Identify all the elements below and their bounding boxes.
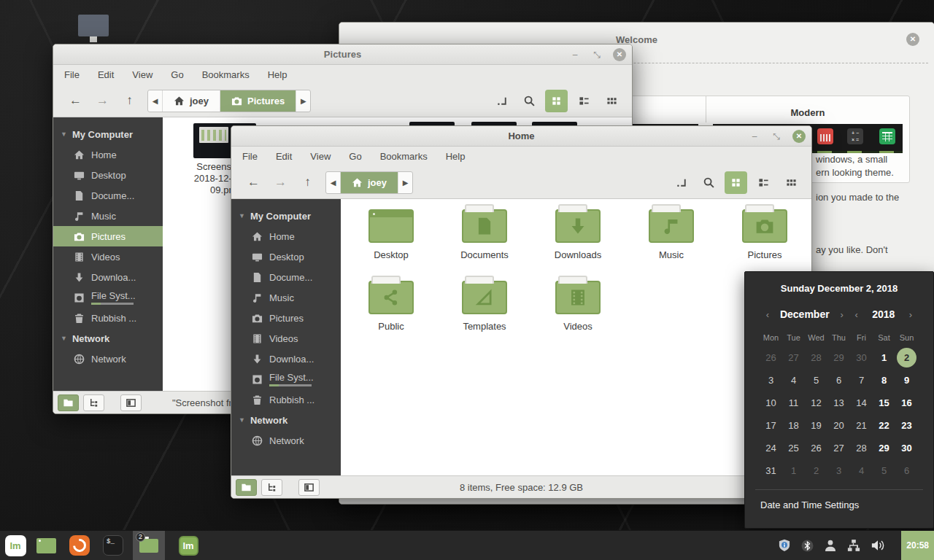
calendar-day[interactable]: 11 (782, 392, 805, 414)
search-icon[interactable] (698, 171, 719, 193)
menu-help[interactable]: Help (446, 151, 466, 162)
folder-item-public[interactable]: Public (344, 281, 438, 352)
up-icon[interactable]: ↑ (294, 175, 321, 190)
forward-icon[interactable]: → (89, 93, 116, 108)
menu-view[interactable]: View (310, 151, 331, 162)
calendar-day[interactable]: 1 (873, 346, 895, 369)
breadcrumb-pictures[interactable]: Pictures (220, 90, 296, 112)
calendar-day[interactable]: 30 (850, 346, 873, 369)
sidebar-toggle-button[interactable] (120, 394, 142, 411)
sidebar-item-desktop[interactable]: Desktop (53, 165, 163, 185)
clock[interactable]: 20:58 (901, 531, 934, 560)
next-month-icon[interactable]: › (837, 309, 847, 320)
menu-help[interactable]: Help (268, 69, 287, 80)
location-entry-icon[interactable] (671, 171, 692, 193)
grid-view-button[interactable] (725, 171, 747, 194)
location-entry-icon[interactable] (491, 90, 513, 112)
breadcrumb-joey[interactable]: joey (163, 90, 220, 112)
back-icon[interactable]: ← (62, 93, 89, 108)
window-list-welcome[interactable]: lm (172, 531, 204, 560)
update-manager-icon[interactable] (778, 539, 791, 552)
calendar-day[interactable]: 5 (805, 369, 827, 392)
calendar-day[interactable]: 2 (895, 346, 918, 369)
crumb-left-icon[interactable]: ◀ (326, 172, 341, 193)
sidebar-item-filesyst[interactable]: File Syst... (53, 287, 163, 308)
places-toggle-button[interactable] (58, 394, 79, 411)
close-icon[interactable]: ✕ (792, 130, 806, 143)
calendar-day[interactable]: 12 (805, 392, 827, 414)
calendar-day[interactable]: 5 (873, 459, 895, 482)
calendar-day[interactable]: 21 (850, 414, 873, 437)
list-view-button[interactable] (752, 171, 775, 194)
menu-bookmarks[interactable]: Bookmarks (380, 151, 428, 162)
forward-icon[interactable]: → (267, 175, 294, 190)
calendar-day[interactable]: 22 (873, 414, 895, 437)
folder-item-videos[interactable]: Videos (531, 281, 625, 352)
calendar-day[interactable]: 15 (873, 392, 895, 414)
calendar-day[interactable]: 27 (782, 346, 805, 369)
calendar-day[interactable]: 18 (782, 414, 805, 437)
maximize-icon[interactable]: ⤡ (591, 49, 603, 61)
crumb-right-icon[interactable]: ▶ (398, 172, 412, 193)
sidebar-section-network[interactable]: ▼Network (231, 410, 341, 430)
menu-edit[interactable]: Edit (276, 151, 292, 162)
menu-file[interactable]: File (64, 69, 80, 80)
next-year-icon[interactable]: › (906, 309, 916, 320)
calendar-day[interactable]: 26 (805, 437, 827, 459)
menu-button[interactable]: lm (3, 533, 28, 558)
date-time-settings-link[interactable]: Date and Time Settings (745, 490, 933, 510)
window-list-files[interactable]: 2 (133, 531, 165, 560)
folder-item-desktop[interactable]: Desktop (344, 209, 438, 281)
folder-item-templates[interactable]: Templates (438, 281, 531, 352)
sidebar-item-network[interactable]: Network (53, 349, 163, 369)
calendar-day[interactable]: 4 (850, 459, 873, 482)
calendar-day[interactable]: 7 (850, 369, 873, 392)
back-icon[interactable]: ← (240, 175, 267, 190)
sidebar-item-filesyst[interactable]: File Syst... (231, 369, 341, 389)
sidebar-item-rubbish[interactable]: Rubbish ... (231, 389, 341, 410)
minimize-icon[interactable]: – (569, 49, 581, 61)
calendar-day[interactable]: 14 (850, 392, 873, 414)
menu-edit[interactable]: Edit (98, 69, 114, 80)
home-titlebar[interactable]: Home – ⤡ ✕ (231, 126, 811, 147)
menu-file[interactable]: File (242, 151, 258, 162)
search-icon[interactable] (518, 90, 540, 112)
welcome-tab-modern[interactable]: Modern (706, 107, 910, 118)
maximize-icon[interactable]: ⤡ (771, 131, 782, 142)
treeview-toggle-button[interactable] (261, 479, 282, 496)
sidebar-item-home[interactable]: Home (53, 144, 163, 165)
sidebar-section-my-computer[interactable]: ▼My Computer (53, 124, 163, 144)
places-toggle-button[interactable] (236, 479, 257, 496)
calendar-day[interactable]: 10 (760, 392, 782, 414)
sidebar-item-network[interactable]: Network (231, 430, 341, 451)
compact-view-button[interactable] (780, 171, 803, 194)
sidebar-item-music[interactable]: Music (53, 206, 163, 226)
calendar-day[interactable]: 20 (827, 414, 850, 437)
treeview-toggle-button[interactable] (83, 394, 104, 411)
close-icon[interactable]: ✕ (613, 48, 626, 61)
list-view-button[interactable] (573, 90, 595, 112)
sidebar-toggle-button[interactable] (298, 479, 320, 496)
sidebar-item-downloa[interactable]: Downloa... (53, 267, 163, 287)
calendar-day[interactable]: 29 (827, 346, 850, 369)
folder-item-pictures[interactable]: Pictures (718, 209, 811, 281)
calendar-day[interactable]: 4 (782, 369, 805, 392)
calendar-day[interactable]: 24 (760, 437, 782, 459)
sidebar-item-docume[interactable]: Docume... (231, 267, 341, 287)
network-icon[interactable] (847, 539, 860, 552)
menu-go[interactable]: Go (349, 151, 361, 162)
sidebar-item-videos[interactable]: Videos (231, 328, 341, 349)
minimize-icon[interactable]: – (749, 131, 760, 142)
crumb-left-icon[interactable]: ◀ (148, 90, 163, 112)
sidebar-section-network[interactable]: ▼Network (53, 328, 163, 349)
user-icon[interactable] (824, 539, 837, 552)
bluetooth-icon[interactable] (801, 540, 814, 552)
calendar-day[interactable]: 6 (827, 369, 850, 392)
calendar-day[interactable]: 31 (760, 459, 782, 482)
calendar-day[interactable]: 17 (760, 414, 782, 437)
breadcrumb-joey[interactable]: joey (341, 172, 398, 193)
sidebar-item-home[interactable]: Home (231, 226, 341, 246)
sidebar-item-music[interactable]: Music (231, 287, 341, 308)
folder-item-documents[interactable]: Documents (438, 209, 531, 281)
firefox-launcher[interactable] (67, 533, 92, 558)
